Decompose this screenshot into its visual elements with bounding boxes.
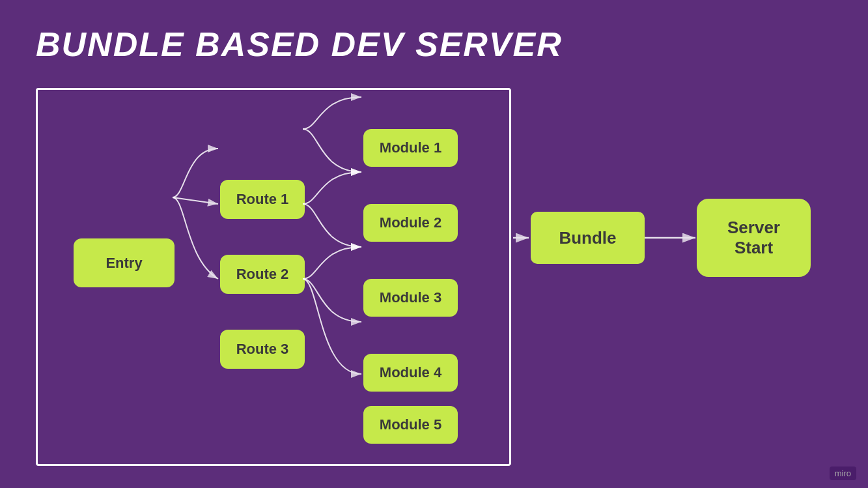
server-start-node: Server Start — [697, 199, 811, 277]
module3-node: Module 3 — [363, 279, 458, 317]
diagram-box: Entry Route 1 Route 2 Route 3 Module 1 M… — [36, 88, 511, 466]
module5-node: Module 5 — [363, 406, 458, 444]
module1-node: Module 1 — [363, 129, 458, 167]
module2-node: Module 2 — [363, 204, 458, 242]
route2-node: Route 2 — [220, 255, 305, 294]
module4-node: Module 4 — [363, 354, 458, 392]
miro-badge: miro — [830, 466, 856, 480]
route1-node: Route 1 — [220, 180, 305, 219]
page-title: Bundle Based Dev Server — [36, 25, 563, 64]
bundle-node: Bundle — [531, 212, 645, 264]
server-start-label: Server Start — [727, 218, 780, 258]
entry-node: Entry — [74, 238, 175, 287]
route3-node: Route 3 — [220, 330, 305, 369]
